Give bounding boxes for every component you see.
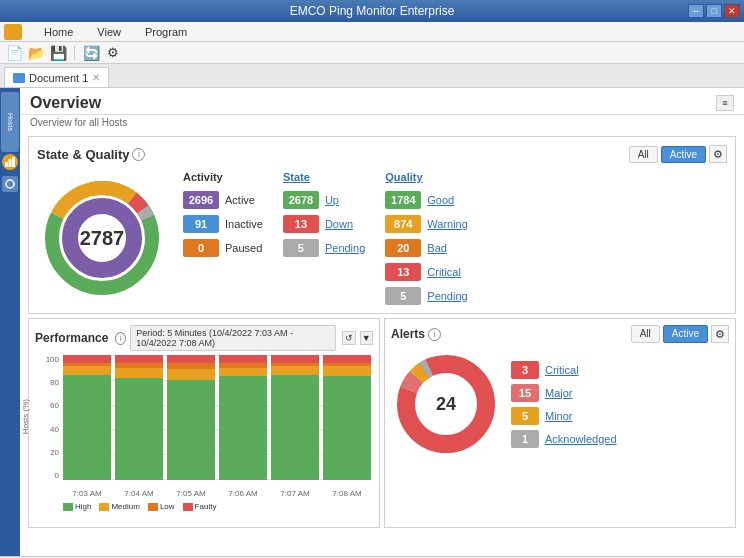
quality-critical-row: 13 Critical [385,263,468,281]
alerts-critical-badge: 3 [511,361,539,379]
sq-title-area: State & Quality i [37,147,145,162]
chart-icon [5,157,15,167]
bar-medium-2 [167,369,215,380]
legend-high: High [63,502,91,511]
overview-subtitle: Overview for all Hosts [20,115,744,132]
bottom-panels: Performance i Period: 5 Minutes (10/4/20… [28,318,736,528]
overview-menu-button[interactable]: ≡ [716,95,734,111]
alerts-minor-badge: 5 [511,407,539,425]
x-label-3: 7:06 AM [219,489,267,498]
quality-critical-link[interactable]: Critical [427,266,461,278]
bar-faulty-5 [323,355,371,363]
main-layout: Hosts Overview ≡ Overview for all Hosts … [0,88,744,556]
tab-close-button[interactable]: ✕ [92,72,100,83]
menu-view[interactable]: View [91,24,127,40]
alerts-all-button[interactable]: All [631,325,660,343]
menu-program[interactable]: Program [139,24,193,40]
svg-rect-2 [12,157,15,167]
x-labels: 7:03 AM 7:04 AM 7:05 AM 7:06 AM 7:07 AM … [63,489,371,498]
alerts-minor-link[interactable]: Minor [545,410,573,422]
quality-good-badge: 1784 [385,191,421,209]
y-axis: 100 80 60 40 20 0 [35,355,61,480]
bar-high-2 [167,380,215,480]
alerts-major-link[interactable]: Major [545,387,573,399]
toolbar-save-icon[interactable]: 💾 [48,44,68,62]
tab-document1[interactable]: Document 1 ✕ [4,67,109,87]
quality-good-row: 1784 Good [385,191,468,209]
alerts-center-value: 24 [436,394,456,415]
alerts-donut: 24 [391,349,501,459]
y-label-40: 40 [35,425,59,434]
sidebar-icon-report[interactable] [2,176,18,192]
sq-info-icon[interactable]: i [132,148,145,161]
bar-high-4 [271,375,319,480]
quality-critical-badge: 13 [385,263,421,281]
state-pending-badge: 5 [283,239,319,257]
sq-gear-button[interactable]: ⚙ [709,145,727,163]
window-controls: ─ □ ✕ [688,4,740,18]
perf-period-button[interactable]: Period: 5 Minutes (10/4/2022 7:03 AM - 1… [130,325,336,351]
state-down-link[interactable]: Down [325,218,353,230]
perf-refresh-button[interactable]: ↺ [342,331,355,345]
sq-content: 2787 Activity 2696 Active 91 Inactive [37,171,727,305]
alerts-title-area: Alerts i [391,327,441,341]
alerts-acknowledged-link[interactable]: Acknowledged [545,433,617,445]
alerts-critical-link[interactable]: Critical [545,364,579,376]
x-label-1: 7:04 AM [115,489,163,498]
state-up-row: 2678 Up [283,191,365,209]
state-pending-link[interactable]: Pending [325,242,365,254]
alerts-active-button[interactable]: Active [663,325,708,343]
sidebar-icon-overview[interactable] [2,154,18,170]
svg-point-3 [6,180,14,188]
menu-home[interactable]: Home [38,24,79,40]
quality-pending-link[interactable]: Pending [427,290,467,302]
state-quality-section: State & Quality i All Active ⚙ [28,136,736,314]
bar-group-2 [167,355,215,480]
legend-high-label: High [75,502,91,511]
perf-info-icon[interactable]: i [115,332,126,345]
activity-active-row: 2696 Active [183,191,263,209]
state-up-link[interactable]: Up [325,194,339,206]
alerts-critical-row: 3 Critical [511,361,617,379]
toolbar-refresh-icon[interactable]: 🔄 [81,44,101,62]
quality-title[interactable]: Quality [385,171,468,183]
quality-bad-row: 20 Bad [385,239,468,257]
x-label-0: 7:03 AM [63,489,111,498]
sq-all-button[interactable]: All [629,146,658,163]
toolbar-settings-icon[interactable]: ⚙ [103,44,123,62]
sidebar-tab-hosts[interactable]: Hosts [1,92,19,152]
title-bar: EMCO Ping Monitor Enterprise ─ □ ✕ [0,0,744,22]
x-label-4: 7:07 AM [271,489,319,498]
state-title[interactable]: State [283,171,365,183]
svg-rect-1 [9,159,12,167]
maximize-button[interactable]: □ [706,4,722,18]
activity-paused-badge: 0 [183,239,219,257]
legend-faulty-color [183,503,193,511]
legend-low-color [148,503,158,511]
quality-good-link[interactable]: Good [427,194,454,206]
bar-medium-3 [219,368,267,377]
alerts-panel: Alerts i All Active ⚙ [384,318,736,528]
state-down-badge: 13 [283,215,319,233]
content-area: Overview ≡ Overview for all Hosts State … [20,88,744,556]
minimize-button[interactable]: ─ [688,4,704,18]
alerts-major-badge: 15 [511,384,539,402]
bar-high-1 [115,378,163,481]
sq-active-button[interactable]: Active [661,146,706,163]
close-button[interactable]: ✕ [724,4,740,18]
alerts-info-icon[interactable]: i [428,328,441,341]
alerts-gear-button[interactable]: ⚙ [711,325,729,343]
perf-export-button[interactable]: ▼ [360,331,373,345]
y-label-80: 80 [35,378,59,387]
quality-bad-link[interactable]: Bad [427,242,447,254]
activity-column: Activity 2696 Active 91 Inactive 0 Pause… [183,171,263,305]
activity-paused-row: 0 Paused [183,239,263,257]
tab-bar: Document 1 ✕ [0,64,744,88]
sq-title: State & Quality [37,147,129,162]
quality-warning-link[interactable]: Warning [427,218,468,230]
y-axis-label: Hosts (%) [21,399,30,434]
bar-faulty-0 [63,355,111,363]
activity-inactive-badge: 91 [183,215,219,233]
toolbar-open-icon[interactable]: 📂 [26,44,46,62]
toolbar-new-icon[interactable]: 📄 [4,44,24,62]
